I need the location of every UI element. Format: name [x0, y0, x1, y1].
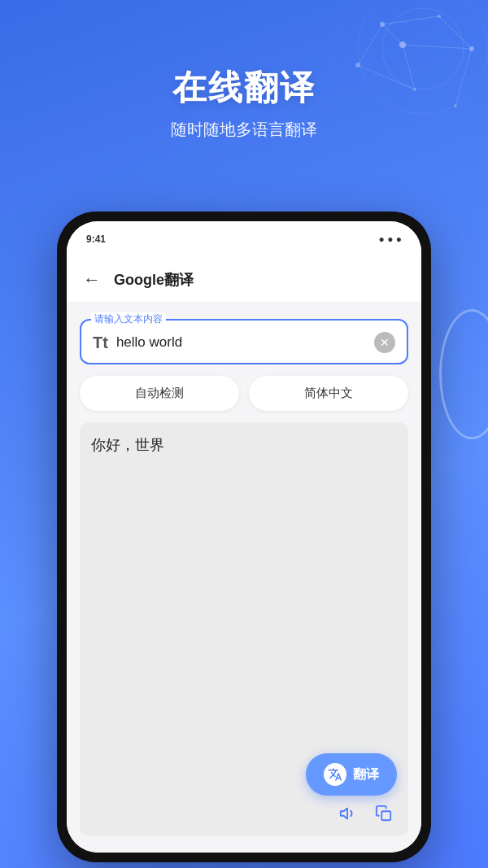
app-bar: ← Google翻译 [67, 257, 421, 303]
svg-line-10 [382, 16, 439, 24]
fab-icon [324, 763, 346, 786]
svg-line-15 [382, 24, 403, 45]
clear-icon: ✕ [380, 337, 390, 348]
clear-button[interactable]: ✕ [374, 332, 395, 353]
sound-button[interactable] [335, 800, 361, 827]
status-time: 9:41 [86, 233, 106, 245]
header-section: 在线翻译 随时随地多语言翻译 [0, 65, 488, 141]
input-row: Tt ✕ [93, 332, 395, 353]
status-bar: 9:41 ● ● ● [67, 221, 421, 257]
input-section: 请输入文本内容 Tt ✕ [80, 319, 408, 364]
text-input[interactable] [116, 334, 366, 351]
svg-line-16 [403, 45, 472, 49]
svg-line-13 [358, 24, 382, 65]
back-button[interactable]: ← [83, 269, 101, 290]
input-label: 请输入文本内容 [91, 312, 166, 326]
phone-screen: 9:41 ● ● ● ← Google翻译 请输入文本内容 Tt ✕ [67, 221, 421, 853]
header-title: 在线翻译 [0, 65, 488, 111]
status-icons: ● ● ● [379, 233, 402, 245]
result-actions [335, 800, 397, 827]
header-subtitle: 随时随地多语言翻译 [0, 119, 488, 141]
tt-icon: Tt [93, 334, 108, 352]
target-language-button[interactable]: 简体中文 [249, 376, 408, 411]
svg-line-11 [439, 16, 472, 49]
app-bar-title: Google翻译 [114, 270, 194, 290]
svg-rect-18 [381, 811, 390, 820]
phone-frame: 9:41 ● ● ● ← Google翻译 请输入文本内容 Tt ✕ [57, 212, 431, 862]
fab-label: 翻译 [353, 766, 379, 783]
translate-fab-button[interactable]: 翻译 [306, 753, 397, 796]
copy-button[interactable] [371, 800, 397, 827]
source-language-button[interactable]: 自动检测 [80, 376, 239, 411]
language-row: 自动检测 简体中文 [80, 376, 408, 411]
result-text: 你好，世界 [91, 435, 397, 455]
